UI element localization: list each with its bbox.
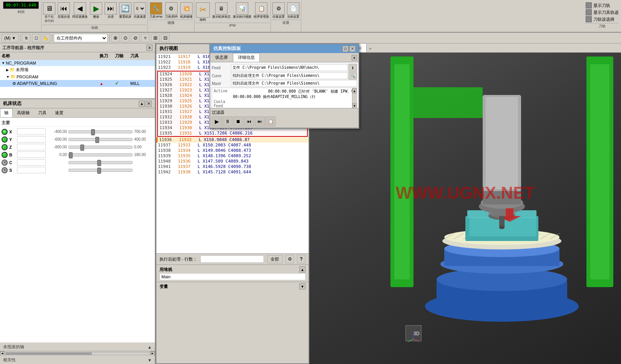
speed-select[interactable]: 612 xyxy=(134,3,145,13)
nav-tree: ▼ NC_PROGRAM ▶ 📁 未用项 ▼ 📁 PROGRAM ⚙ ADAPT… xyxy=(0,60,155,98)
info-detail-btn[interactable]: ℹ xyxy=(349,64,357,71)
info-search-btn[interactable]: 🔍 xyxy=(349,72,357,80)
post-help-btn[interactable]: ? xyxy=(297,255,306,263)
step-forward-btn[interactable]: ⏭ 步进 xyxy=(104,2,118,24)
back-step-btn[interactable]: ⏮ 后退步进 xyxy=(57,2,71,24)
sim-panel-header[interactable]: 仿真控制面板 ⊡ ✕ xyxy=(210,44,359,53)
axis-value-b[interactable]: 0.00000 xyxy=(17,151,46,158)
tab-advanced[interactable]: 高级轴 xyxy=(13,108,34,117)
filter-pause-btn[interactable]: ⏸ xyxy=(222,116,232,126)
axis-value-c[interactable]: 4086.870 xyxy=(17,159,46,166)
filter-4[interactable]: ▿ xyxy=(141,34,149,42)
show-machine-btn[interactable]: 🖥 显示机床状态 xyxy=(211,2,231,23)
adaptive-milling-row[interactable]: ⚙ ADAPTIVE_MILLING ▲ ✓ MILL xyxy=(0,80,155,87)
tool-ipw-btn[interactable]: 🔧 刀具/IPW xyxy=(149,2,163,20)
post-input[interactable] xyxy=(200,255,264,263)
filter-play-btn[interactable]: ▶ xyxy=(212,116,222,126)
axis-value-s[interactable]: 0.00000 xyxy=(17,167,46,173)
slider-track-x[interactable] xyxy=(68,130,133,133)
axis-max-z: 0.00 xyxy=(134,145,153,149)
post-all-btn[interactable]: 全部 xyxy=(267,255,282,263)
play-btn[interactable]: ▶ 播放 xyxy=(89,2,103,24)
undriven-section[interactable]: 未指派的轴 ▲ xyxy=(0,342,155,351)
animation-section: 🖥 基于机床代码 ⏮ 后退步进 ◀ 同后退播放 ▶ 播放 ⏭ 步进 🔄 重置机床 xyxy=(42,1,148,32)
filter-6[interactable]: ⊟ xyxy=(161,34,169,42)
col-name: 名称 xyxy=(2,53,100,59)
code-line-17[interactable]: 11938 11934 L X149.0046 C4088.473 xyxy=(156,148,309,153)
navigator-close-btn[interactable]: ✕ xyxy=(146,45,153,51)
program-manager-btn[interactable]: 📋 程序管理器 xyxy=(253,2,270,23)
tab-axis[interactable]: 轴 xyxy=(0,108,13,117)
code-line-20[interactable]: 11941 11937 L X146.5928 C4090.738 xyxy=(156,164,309,170)
col-tool-change: 换刀 xyxy=(100,53,115,59)
sim-tab-status[interactable]: 状态屏 xyxy=(210,53,233,62)
small-icon-3[interactable]: 📐 xyxy=(42,34,50,42)
tool-section: 🔧 刀具/IPW ⚙ 刀具/部件 💥 机床碰撞 碰撞 xyxy=(148,1,194,32)
code-line-16[interactable]: 11937 11933 L X150.2003 C4087.448 xyxy=(156,143,309,148)
h-scrollbar[interactable]: ◄ ► xyxy=(0,351,155,356)
tab-speed[interactable]: 速度 xyxy=(51,108,68,117)
sim-tab-detail[interactable]: 详细信息 xyxy=(233,53,260,62)
tab-add-btn[interactable]: + xyxy=(367,45,374,52)
filter-1[interactable]: ⊕ xyxy=(111,34,120,42)
unused-row[interactable]: ▶ 📁 未用项 xyxy=(0,66,155,73)
filter-3[interactable]: ⊘ xyxy=(131,34,139,42)
nc-program-row[interactable]: ▼ NC_PROGRAM xyxy=(0,60,155,66)
slider-track-s[interactable] xyxy=(68,169,133,172)
sim-scroll-up[interactable]: ▲ xyxy=(352,55,357,60)
var-expand-btn[interactable]: ▼ xyxy=(299,283,306,289)
slider-track-c[interactable] xyxy=(68,161,133,164)
axis-value-x[interactable]: 150.86171 xyxy=(17,128,46,135)
menu-btn[interactable]: (M) ▼ xyxy=(2,34,18,42)
navigator-header: 工序导航器 - 程序顺序 ✕ xyxy=(0,43,155,52)
reset-machine-btn[interactable]: 🔄 重置机床 xyxy=(118,2,132,24)
filter-next-btn[interactable]: ⏭ xyxy=(255,116,265,126)
scroll-right-btn[interactable]: ► xyxy=(150,351,155,356)
show-exec-view-btn[interactable]: 📊 显示执行视图 xyxy=(232,2,252,23)
related-section[interactable]: 相关性 ▼ xyxy=(0,356,155,364)
machine-collision-btn[interactable]: 💥 机床碰撞 xyxy=(179,2,193,20)
show-toolpath-btn[interactable]: 显示刀轨 xyxy=(586,2,619,8)
filter-2[interactable]: ⊙ xyxy=(121,34,130,42)
code-line-21[interactable]: 11942 11938 L X145.7128 C4091.644 xyxy=(156,170,309,175)
filter-5[interactable]: ⊞ xyxy=(151,34,159,42)
sim-restore-btn[interactable]: ⊡ xyxy=(342,46,349,52)
slider-track-y[interactable] xyxy=(68,138,133,141)
small-icon-1[interactable]: 🖱 xyxy=(22,34,30,42)
sim-close-btn[interactable]: ✕ xyxy=(349,46,355,52)
path-select-btn[interactable]: 刀轨设选择 xyxy=(586,16,619,22)
axis-max-y: 400.00 xyxy=(134,137,153,141)
back-play-btn[interactable]: ◀ 同后退播放 xyxy=(71,2,88,24)
base-machine-btn[interactable]: 🖥 基于机床代码 xyxy=(42,2,56,24)
small-icon-2[interactable]: ◻ xyxy=(32,34,40,42)
post-icon-btn[interactable]: ⚙ xyxy=(286,255,294,263)
slider-track-b[interactable] xyxy=(68,153,133,156)
machine-close-btn[interactable]: ✕ xyxy=(146,101,152,107)
remove-material-btn[interactable]: ✂ 除料 xyxy=(195,2,211,23)
sim-speed-btn[interactable]: 612 仿真速度 xyxy=(133,2,147,24)
machine-collapse-btn[interactable]: ▲ xyxy=(139,101,145,107)
axis-value-z[interactable]: -634.977 xyxy=(17,144,46,150)
tab-tool[interactable]: 刀具 xyxy=(34,108,51,117)
scroll-left-btn[interactable]: ◄ xyxy=(0,351,5,356)
code-line-18[interactable]: 11939 11935 L X148.1396 C4089.252 xyxy=(156,153,309,159)
filter-prev-btn[interactable]: ⏮ xyxy=(244,116,254,126)
axis-value-y[interactable]: 0.00000 xyxy=(17,136,46,143)
axis-indicator-y: ○ xyxy=(2,136,8,143)
workpiece-dropdown[interactable]: 在工作部件内 xyxy=(54,34,108,42)
var-section[interactable]: 变量 ▼ xyxy=(156,282,309,291)
show-tool-path-btn[interactable]: 显示刀具轨迹 xyxy=(586,9,619,15)
animation-label: 动画 xyxy=(42,25,147,30)
code-line-19[interactable]: 11940 11936 L X147.509 C4089.843 xyxy=(156,159,309,164)
code-line-15[interactable]: 11935 11931 L X151.7286 C4086.216 xyxy=(158,131,307,136)
current-settings-btn[interactable]: 📄 当前设置 xyxy=(286,2,300,20)
call-stack-expand[interactable]: ▲ xyxy=(299,266,306,273)
filter-copy-btn[interactable]: 📋 xyxy=(266,116,276,126)
slider-track-z[interactable] xyxy=(68,146,133,149)
code-line-current[interactable]: 11936 11932 L X150.9048 C4086.87 xyxy=(156,137,309,143)
tool-part-btn[interactable]: ⚙ 刀具/部件 xyxy=(164,2,179,20)
axis-min-z: -800.00 xyxy=(46,145,67,149)
filter-stop-btn[interactable]: ⏹ xyxy=(233,116,243,126)
program-row[interactable]: ▼ 📁 PROGRAM xyxy=(0,73,155,80)
sim-settings-btn[interactable]: ⚙ 仿真设置 xyxy=(272,2,286,20)
